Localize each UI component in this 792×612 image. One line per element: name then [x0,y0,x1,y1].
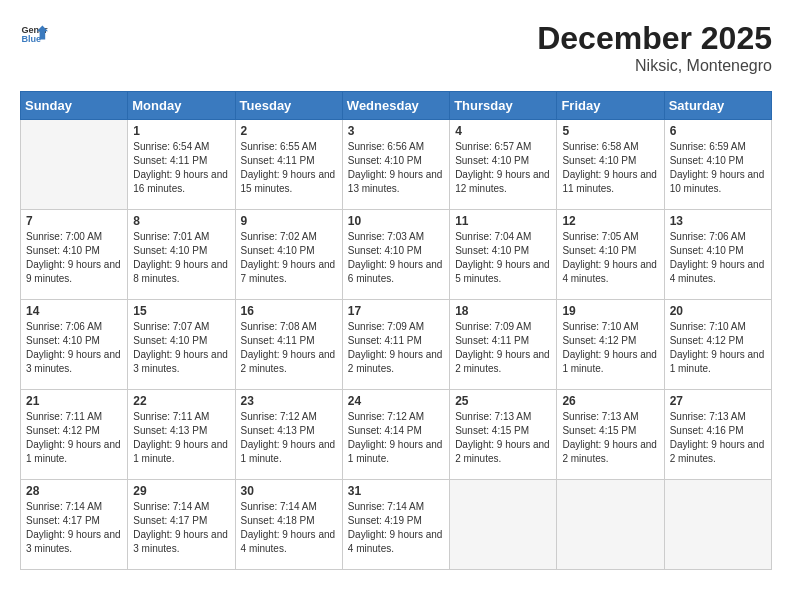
day-info: Sunrise: 7:06 AM Sunset: 4:10 PM Dayligh… [670,230,766,286]
week-row-3: 14 Sunrise: 7:06 AM Sunset: 4:10 PM Dayl… [21,300,772,390]
day-cell: 19 Sunrise: 7:10 AM Sunset: 4:12 PM Dayl… [557,300,664,390]
day-info: Sunrise: 7:01 AM Sunset: 4:10 PM Dayligh… [133,230,229,286]
day-info: Sunrise: 7:08 AM Sunset: 4:11 PM Dayligh… [241,320,337,376]
day-cell: 4 Sunrise: 6:57 AM Sunset: 4:10 PM Dayli… [450,120,557,210]
page-header: General Blue December 2025 Niksic, Monte… [20,20,772,75]
week-row-2: 7 Sunrise: 7:00 AM Sunset: 4:10 PM Dayli… [21,210,772,300]
day-info: Sunrise: 7:12 AM Sunset: 4:13 PM Dayligh… [241,410,337,466]
day-cell: 2 Sunrise: 6:55 AM Sunset: 4:11 PM Dayli… [235,120,342,210]
day-cell: 28 Sunrise: 7:14 AM Sunset: 4:17 PM Dayl… [21,480,128,570]
day-info: Sunrise: 7:03 AM Sunset: 4:10 PM Dayligh… [348,230,444,286]
day-number: 10 [348,214,444,228]
day-cell: 6 Sunrise: 6:59 AM Sunset: 4:10 PM Dayli… [664,120,771,210]
week-row-5: 28 Sunrise: 7:14 AM Sunset: 4:17 PM Dayl… [21,480,772,570]
header-thursday: Thursday [450,92,557,120]
day-cell: 5 Sunrise: 6:58 AM Sunset: 4:10 PM Dayli… [557,120,664,210]
day-cell: 30 Sunrise: 7:14 AM Sunset: 4:18 PM Dayl… [235,480,342,570]
day-cell: 29 Sunrise: 7:14 AM Sunset: 4:17 PM Dayl… [128,480,235,570]
day-cell: 17 Sunrise: 7:09 AM Sunset: 4:11 PM Dayl… [342,300,449,390]
day-number: 5 [562,124,658,138]
day-cell: 13 Sunrise: 7:06 AM Sunset: 4:10 PM Dayl… [664,210,771,300]
day-number: 22 [133,394,229,408]
day-cell: 25 Sunrise: 7:13 AM Sunset: 4:15 PM Dayl… [450,390,557,480]
day-cell: 20 Sunrise: 7:10 AM Sunset: 4:12 PM Dayl… [664,300,771,390]
day-info: Sunrise: 7:10 AM Sunset: 4:12 PM Dayligh… [670,320,766,376]
day-number: 27 [670,394,766,408]
day-number: 21 [26,394,122,408]
day-info: Sunrise: 7:09 AM Sunset: 4:11 PM Dayligh… [455,320,551,376]
header-friday: Friday [557,92,664,120]
day-cell: 26 Sunrise: 7:13 AM Sunset: 4:15 PM Dayl… [557,390,664,480]
day-number: 30 [241,484,337,498]
week-row-4: 21 Sunrise: 7:11 AM Sunset: 4:12 PM Dayl… [21,390,772,480]
day-cell: 23 Sunrise: 7:12 AM Sunset: 4:13 PM Dayl… [235,390,342,480]
day-number: 24 [348,394,444,408]
day-cell: 27 Sunrise: 7:13 AM Sunset: 4:16 PM Dayl… [664,390,771,480]
day-number: 16 [241,304,337,318]
day-cell: 15 Sunrise: 7:07 AM Sunset: 4:10 PM Dayl… [128,300,235,390]
day-cell: 9 Sunrise: 7:02 AM Sunset: 4:10 PM Dayli… [235,210,342,300]
day-cell: 14 Sunrise: 7:06 AM Sunset: 4:10 PM Dayl… [21,300,128,390]
week-row-1: 1 Sunrise: 6:54 AM Sunset: 4:11 PM Dayli… [21,120,772,210]
day-number: 11 [455,214,551,228]
day-cell [557,480,664,570]
day-number: 2 [241,124,337,138]
day-cell: 16 Sunrise: 7:08 AM Sunset: 4:11 PM Dayl… [235,300,342,390]
day-info: Sunrise: 7:06 AM Sunset: 4:10 PM Dayligh… [26,320,122,376]
day-number: 3 [348,124,444,138]
day-info: Sunrise: 7:07 AM Sunset: 4:10 PM Dayligh… [133,320,229,376]
day-number: 23 [241,394,337,408]
day-cell [21,120,128,210]
day-info: Sunrise: 7:12 AM Sunset: 4:14 PM Dayligh… [348,410,444,466]
logo: General Blue [20,20,48,48]
day-number: 13 [670,214,766,228]
day-cell: 11 Sunrise: 7:04 AM Sunset: 4:10 PM Dayl… [450,210,557,300]
day-number: 18 [455,304,551,318]
svg-text:Blue: Blue [21,34,41,44]
location: Niksic, Montenegro [537,57,772,75]
day-info: Sunrise: 7:14 AM Sunset: 4:18 PM Dayligh… [241,500,337,556]
day-info: Sunrise: 7:02 AM Sunset: 4:10 PM Dayligh… [241,230,337,286]
day-number: 28 [26,484,122,498]
day-info: Sunrise: 7:11 AM Sunset: 4:12 PM Dayligh… [26,410,122,466]
day-cell: 22 Sunrise: 7:11 AM Sunset: 4:13 PM Dayl… [128,390,235,480]
day-number: 26 [562,394,658,408]
day-info: Sunrise: 6:56 AM Sunset: 4:10 PM Dayligh… [348,140,444,196]
calendar-table: SundayMondayTuesdayWednesdayThursdayFrid… [20,91,772,570]
day-info: Sunrise: 7:05 AM Sunset: 4:10 PM Dayligh… [562,230,658,286]
day-number: 7 [26,214,122,228]
header-saturday: Saturday [664,92,771,120]
header-wednesday: Wednesday [342,92,449,120]
day-number: 31 [348,484,444,498]
day-info: Sunrise: 7:10 AM Sunset: 4:12 PM Dayligh… [562,320,658,376]
day-cell: 3 Sunrise: 6:56 AM Sunset: 4:10 PM Dayli… [342,120,449,210]
day-cell [664,480,771,570]
day-number: 6 [670,124,766,138]
day-info: Sunrise: 7:13 AM Sunset: 4:15 PM Dayligh… [562,410,658,466]
day-cell: 24 Sunrise: 7:12 AM Sunset: 4:14 PM Dayl… [342,390,449,480]
day-info: Sunrise: 7:13 AM Sunset: 4:16 PM Dayligh… [670,410,766,466]
day-info: Sunrise: 6:55 AM Sunset: 4:11 PM Dayligh… [241,140,337,196]
day-info: Sunrise: 6:59 AM Sunset: 4:10 PM Dayligh… [670,140,766,196]
day-cell: 10 Sunrise: 7:03 AM Sunset: 4:10 PM Dayl… [342,210,449,300]
day-number: 9 [241,214,337,228]
day-info: Sunrise: 7:04 AM Sunset: 4:10 PM Dayligh… [455,230,551,286]
month-title: December 2025 [537,20,772,57]
day-number: 20 [670,304,766,318]
day-number: 25 [455,394,551,408]
day-number: 8 [133,214,229,228]
header-monday: Monday [128,92,235,120]
header-tuesday: Tuesday [235,92,342,120]
day-cell: 21 Sunrise: 7:11 AM Sunset: 4:12 PM Dayl… [21,390,128,480]
day-number: 14 [26,304,122,318]
day-cell: 12 Sunrise: 7:05 AM Sunset: 4:10 PM Dayl… [557,210,664,300]
day-info: Sunrise: 6:58 AM Sunset: 4:10 PM Dayligh… [562,140,658,196]
day-cell: 1 Sunrise: 6:54 AM Sunset: 4:11 PM Dayli… [128,120,235,210]
day-number: 17 [348,304,444,318]
day-info: Sunrise: 7:14 AM Sunset: 4:17 PM Dayligh… [133,500,229,556]
day-info: Sunrise: 6:57 AM Sunset: 4:10 PM Dayligh… [455,140,551,196]
day-info: Sunrise: 7:09 AM Sunset: 4:11 PM Dayligh… [348,320,444,376]
day-number: 1 [133,124,229,138]
day-number: 12 [562,214,658,228]
day-info: Sunrise: 7:14 AM Sunset: 4:17 PM Dayligh… [26,500,122,556]
